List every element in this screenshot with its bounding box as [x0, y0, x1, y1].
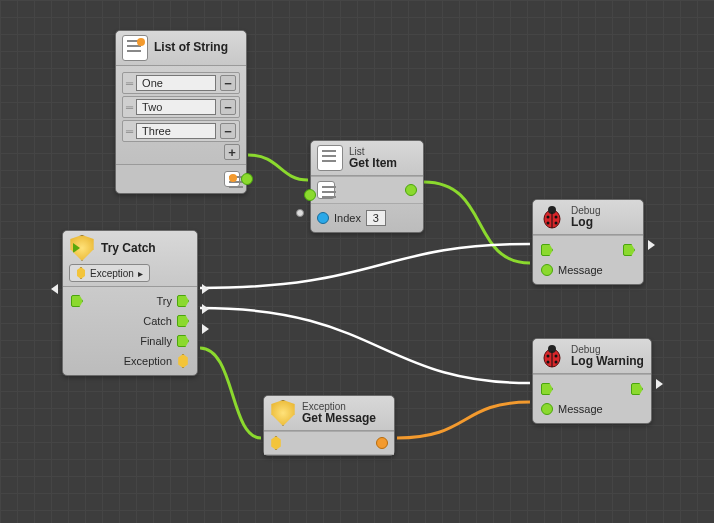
flow-out-port[interactable] — [623, 244, 635, 256]
remove-item-button[interactable]: − — [220, 75, 236, 91]
flow-in-port[interactable] — [541, 383, 553, 395]
exception-in-port[interactable] — [270, 436, 282, 450]
wire-getmessage-to-logwarn-msg — [397, 402, 530, 438]
index-label: Index — [334, 212, 361, 224]
message-out-port[interactable] — [376, 437, 388, 449]
svg-point-4 — [555, 216, 558, 219]
message-row: Message — [541, 260, 635, 280]
exception-label: Exception — [124, 355, 172, 367]
index-input-port[interactable] — [317, 212, 329, 224]
catch-out-triangle-icon — [202, 304, 209, 314]
catch-row: Catch — [71, 311, 189, 331]
node-title: Get Message — [302, 412, 376, 425]
node-get-message[interactable]: Exception Get Message — [263, 395, 395, 456]
wire-getitem-to-log-msg — [424, 182, 530, 263]
list-icon — [317, 145, 343, 171]
flow-out-triangle-icon — [648, 240, 655, 250]
shield-mini-icon — [76, 267, 86, 279]
exception-out-port[interactable] — [177, 354, 189, 368]
finally-out-port[interactable] — [177, 335, 189, 347]
flow-out-triangle-icon — [656, 379, 663, 389]
flow-row — [541, 240, 635, 260]
finally-row: Finally — [71, 331, 189, 351]
flow-row — [541, 379, 643, 399]
list-icon — [122, 35, 148, 61]
node-debug-log-warning[interactable]: Debug Log Warning Message — [532, 338, 652, 424]
node-header[interactable]: Exception Get Message — [264, 396, 394, 431]
list-output-icon — [224, 171, 240, 187]
node-header[interactable]: List of String — [116, 31, 246, 66]
svg-point-5 — [547, 222, 550, 225]
node-footer — [116, 164, 246, 193]
finally-label: Finally — [140, 335, 172, 347]
dropdown-value: Exception — [90, 268, 134, 279]
message-in-port[interactable] — [541, 264, 553, 276]
drag-handle-icon[interactable]: ═ — [126, 126, 132, 137]
flow-in-triangle-icon — [51, 284, 58, 294]
exception-row: Exception — [71, 351, 189, 371]
list-item-value[interactable]: One — [136, 75, 216, 91]
node-header[interactable]: Debug Log — [533, 200, 643, 235]
finally-out-triangle-icon — [202, 324, 209, 334]
catch-label: Catch — [143, 315, 172, 327]
node-get-item[interactable]: List Get Item Index 3 — [310, 140, 424, 233]
add-item-button[interactable]: + — [224, 144, 240, 160]
list-item[interactable]: ═ Two − — [122, 96, 240, 118]
list-input-port[interactable] — [304, 189, 316, 201]
remove-item-button[interactable]: − — [220, 99, 236, 115]
try-out-port[interactable] — [177, 295, 189, 307]
node-header[interactable]: Try Catch Exception ▸ — [63, 231, 197, 287]
try-label: Try — [157, 295, 172, 307]
svg-point-11 — [555, 355, 558, 358]
flow-in-port[interactable] — [541, 244, 553, 256]
svg-point-6 — [555, 222, 558, 225]
output-port[interactable] — [405, 184, 417, 196]
shield-icon — [69, 235, 95, 261]
exception-type-dropdown[interactable]: Exception ▸ — [69, 264, 150, 282]
remove-item-button[interactable]: − — [220, 123, 236, 139]
bug-icon — [539, 343, 565, 369]
drag-handle-icon[interactable]: ═ — [126, 102, 132, 113]
list-input-icon — [317, 181, 335, 199]
unconnected-port[interactable] — [296, 209, 304, 217]
node-title: Log Warning — [571, 355, 644, 368]
wire-list-to-getitem — [248, 155, 308, 180]
list-item-value[interactable]: Two — [136, 99, 216, 115]
drag-handle-icon[interactable]: ═ — [126, 78, 132, 89]
node-list-of-string[interactable]: List of String ═ One − ═ Two − ═ Three −… — [115, 30, 247, 194]
wire-exception-to-getmessage — [200, 348, 261, 438]
svg-point-10 — [547, 355, 550, 358]
dropdown-arrow-icon: ▸ — [138, 268, 143, 279]
message-row: Message — [541, 399, 643, 419]
port-row — [264, 431, 394, 455]
node-title: Log — [571, 216, 600, 229]
try-out-triangle-icon — [202, 284, 209, 294]
flow-in-try-row: Try — [71, 291, 189, 311]
svg-point-12 — [547, 361, 550, 364]
node-title: Try Catch — [101, 241, 156, 255]
index-row: Index 3 — [317, 208, 417, 228]
svg-point-13 — [555, 361, 558, 364]
node-debug-log[interactable]: Debug Log Message — [532, 199, 644, 285]
output-port[interactable] — [241, 173, 253, 185]
wire-try-to-log-flow — [200, 244, 530, 288]
catch-out-port[interactable] — [177, 315, 189, 327]
message-in-port[interactable] — [541, 403, 553, 415]
bug-icon — [539, 204, 565, 230]
index-value-input[interactable]: 3 — [366, 210, 386, 226]
node-header[interactable]: List Get Item — [311, 141, 423, 176]
flow-out-port[interactable] — [631, 383, 643, 395]
port-row — [311, 176, 423, 204]
flow-in-port[interactable] — [71, 295, 83, 307]
list-item-value[interactable]: Three — [136, 123, 216, 139]
node-title: Get Item — [349, 157, 397, 170]
shield-icon — [270, 400, 296, 426]
list-item[interactable]: ═ Three − — [122, 120, 240, 142]
node-title: List of String — [154, 41, 228, 54]
node-try-catch[interactable]: Try Catch Exception ▸ Try Catch Finally … — [62, 230, 198, 376]
list-item[interactable]: ═ One − — [122, 72, 240, 94]
node-header[interactable]: Debug Log Warning — [533, 339, 651, 374]
message-label: Message — [558, 403, 603, 415]
svg-point-3 — [547, 216, 550, 219]
message-label: Message — [558, 264, 603, 276]
